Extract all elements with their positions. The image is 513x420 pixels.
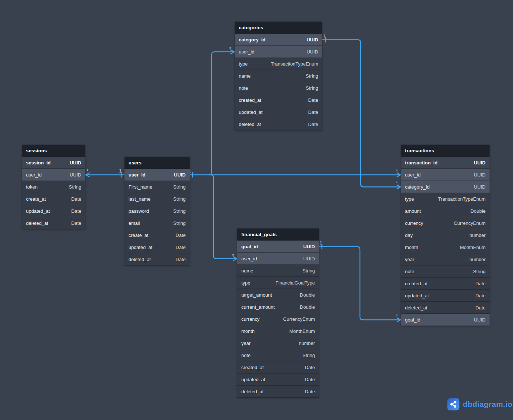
- field-row-users-password[interactable]: passwordString: [124, 205, 190, 217]
- field-row-categories-name[interactable]: nameString: [235, 70, 322, 82]
- field-row-categories-note[interactable]: noteString: [235, 82, 322, 94]
- cardinality-label: 1: [119, 167, 122, 174]
- field-name: year: [405, 257, 414, 262]
- table-transactions[interactable]: transactionstransaction_idUUIDuser_idUUI…: [401, 145, 490, 326]
- table-header-sessions[interactable]: sessions: [22, 145, 85, 157]
- field-name: goal_id: [241, 244, 258, 249]
- field-row-categories-created_at[interactable]: created_atDate: [235, 94, 322, 106]
- field-row-transactions-currency[interactable]: currencyCurrencyEnum: [401, 217, 490, 229]
- field-row-users-email[interactable]: emailString: [124, 217, 190, 229]
- field-type: Double: [471, 208, 486, 214]
- field-row-financial_goals-month[interactable]: monthMonthEnum: [237, 325, 319, 337]
- field-type: UUID: [174, 172, 186, 178]
- field-row-users-last_name[interactable]: last_nameString: [124, 193, 190, 205]
- field-type: number: [469, 233, 486, 238]
- table-categories[interactable]: categoriescategory_idUUIDuser_idUUIDtype…: [235, 22, 322, 130]
- field-type: FinancialGoalType: [275, 280, 315, 286]
- field-row-transactions-deleted_at[interactable]: deleted_atDate: [401, 302, 490, 314]
- field-row-transactions-goal_id[interactable]: goal_idUUID: [401, 314, 490, 326]
- field-row-financial_goals-goal_id[interactable]: goal_idUUID: [237, 241, 319, 253]
- field-row-transactions-year[interactable]: yearnumber: [401, 253, 490, 265]
- field-row-categories-deleted_at[interactable]: deleted_atDate: [235, 118, 322, 130]
- field-row-financial_goals-target_amount[interactable]: target_amountDouble: [237, 289, 319, 301]
- field-row-financial_goals-current_amount[interactable]: current_amountDouble: [237, 301, 319, 313]
- field-row-transactions-transaction_id[interactable]: transaction_idUUID: [401, 157, 490, 169]
- dbdiagram-logo[interactable]: dbdiagram.io: [447, 398, 512, 410]
- relationship-line-users_user_id-financial_goals_user_id[interactable]: [211, 175, 237, 259]
- field-name: user_id: [239, 49, 254, 55]
- field-row-financial_goals-type[interactable]: typeFinancialGoalType: [237, 277, 319, 289]
- field-type: number: [469, 257, 486, 262]
- field-type: Double: [300, 292, 315, 298]
- field-type: UUID: [474, 160, 486, 166]
- field-row-transactions-category_id[interactable]: category_idUUID: [401, 181, 490, 193]
- field-row-sessions-user_id[interactable]: user_idUUID: [22, 169, 85, 181]
- field-row-sessions-updated_at[interactable]: updated_atDate: [22, 205, 85, 217]
- field-row-transactions-type[interactable]: typeTransactionTypeEnum: [401, 193, 490, 205]
- field-row-sessions-create_at[interactable]: create_atDate: [22, 193, 85, 205]
- field-row-users-user_id[interactable]: user_idUUID: [124, 169, 190, 181]
- field-row-financial_goals-user_id[interactable]: user_idUUID: [237, 253, 319, 265]
- field-type: Date: [476, 305, 486, 311]
- field-type: TransactionTypeEnum: [438, 196, 486, 202]
- field-row-financial_goals-updated_at[interactable]: updated_atDate: [237, 373, 319, 386]
- field-row-financial_goals-year[interactable]: yearnumber: [237, 337, 319, 349]
- field-name: current_amount: [241, 304, 275, 310]
- field-type: Date: [176, 233, 186, 238]
- diagram-canvas[interactable]: *11***1*1* sessionssession_idUUIDuser_id…: [0, 0, 513, 420]
- cardinality-label: 1: [323, 33, 326, 39]
- field-type: UUID: [306, 49, 318, 55]
- field-name: deleted_at: [241, 389, 264, 394]
- field-name: month: [241, 328, 254, 334]
- field-row-users-First_name[interactable]: First_nameString: [124, 181, 190, 193]
- table-users[interactable]: usersuser_idUUIDFirst_nameStringlast_nam…: [124, 157, 190, 265]
- field-type: UUID: [70, 160, 81, 166]
- field-row-transactions-day[interactable]: daynumber: [401, 229, 490, 241]
- field-row-users-updated_at[interactable]: updated_atDate: [124, 241, 190, 253]
- field-row-sessions-token[interactable]: tokenString: [22, 181, 85, 193]
- field-name: updated_at: [405, 293, 429, 298]
- field-name: created_at: [405, 281, 427, 286]
- field-row-financial_goals-name[interactable]: nameString: [237, 265, 319, 277]
- field-name: category_id: [239, 37, 265, 42]
- table-header-users[interactable]: users: [124, 157, 190, 169]
- relationship-line-users_user_id-categories_user_id[interactable]: [209, 52, 235, 175]
- field-name: transaction_id: [405, 160, 438, 166]
- relationship-line-categories_category_id-transactions_category_id[interactable]: [322, 40, 401, 187]
- field-name: last_name: [129, 196, 150, 202]
- field-row-categories-type[interactable]: typeTransactionTypeEnum: [235, 58, 322, 70]
- field-name: month: [405, 245, 418, 250]
- field-row-users-create_at[interactable]: create_atDate: [124, 229, 190, 241]
- field-row-users-deleted_at[interactable]: deleted_atDate: [124, 253, 190, 265]
- field-row-transactions-user_id[interactable]: user_idUUID: [401, 169, 490, 181]
- field-name: category_id: [405, 184, 430, 190]
- table-header-categories[interactable]: categories: [235, 22, 322, 34]
- field-row-transactions-amount[interactable]: amountDouble: [401, 205, 490, 217]
- field-row-financial_goals-created_at[interactable]: created_atDate: [237, 361, 319, 373]
- field-row-transactions-updated_at[interactable]: updated_atDate: [401, 290, 490, 302]
- field-row-sessions-deleted_at[interactable]: deleted_atDate: [22, 217, 85, 229]
- field-row-categories-updated_at[interactable]: updated_atDate: [235, 106, 322, 118]
- field-row-financial_goals-deleted_at[interactable]: deleted_atDate: [237, 386, 319, 398]
- field-name: user_id: [129, 172, 145, 178]
- cardinality-label: *: [396, 313, 398, 319]
- cardinality-label: *: [86, 168, 89, 174]
- field-name: goal_id: [405, 317, 420, 323]
- field-type: String: [173, 208, 186, 214]
- field-name: deleted_at: [26, 220, 48, 226]
- field-row-sessions-session_id[interactable]: session_idUUID: [22, 157, 85, 169]
- field-row-transactions-month[interactable]: monthMonthEnum: [401, 241, 490, 253]
- field-row-financial_goals-currency[interactable]: currencyCurrencyEnum: [237, 313, 319, 325]
- relationship-line-financial_goals_goal_id-transactions_goal_id[interactable]: [319, 247, 401, 320]
- table-header-transactions[interactable]: transactions: [401, 145, 490, 157]
- table-sessions[interactable]: sessionssession_idUUIDuser_idUUIDtokenSt…: [22, 145, 85, 229]
- field-row-transactions-created_at[interactable]: created_atDate: [401, 278, 490, 290]
- table-header-financial_goals[interactable]: financial_goals: [237, 228, 319, 241]
- field-row-financial_goals-note[interactable]: noteString: [237, 349, 319, 361]
- field-name: currency: [405, 220, 423, 226]
- field-type: Date: [476, 293, 486, 298]
- table-financial_goals[interactable]: financial_goalsgoal_idUUIDuser_idUUIDnam…: [237, 228, 319, 398]
- field-row-categories-user_id[interactable]: user_idUUID: [235, 46, 322, 58]
- field-row-categories-category_id[interactable]: category_idUUID: [235, 34, 322, 46]
- field-row-transactions-note[interactable]: noteString: [401, 265, 490, 278]
